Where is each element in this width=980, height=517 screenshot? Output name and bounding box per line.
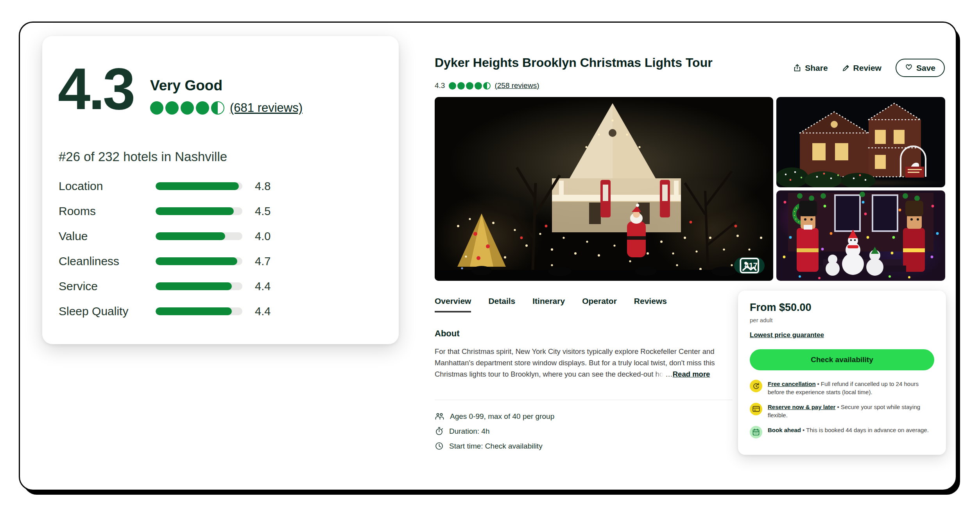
bubble-icon (457, 82, 465, 90)
rating-bubbles (449, 82, 491, 90)
category-value: 4.4 (255, 280, 271, 293)
gallery-photo-bottom-right[interactable] (776, 190, 945, 281)
category-label: Location (59, 180, 156, 193)
pencil-icon (842, 64, 850, 72)
reviews-count-link[interactable]: (681 reviews) (230, 101, 303, 115)
reserve-now-link[interactable]: Reserve now & pay later (768, 404, 835, 410)
book-ahead-title: Book ahead (768, 427, 801, 433)
people-icon (435, 412, 444, 421)
category-label: Value (59, 230, 156, 243)
rating-bar-track (156, 207, 242, 215)
ages-info-row: Ages 0-99, max of 40 per group (435, 412, 554, 421)
about-paragraph: For that Christmas spirit, New York City… (435, 346, 715, 380)
page-title: Dyker Heights Brooklyn Christmas Lights … (435, 56, 713, 70)
category-row: Value 4.0 (59, 224, 383, 249)
perk-description: This is booked 44 days in advance on ave… (806, 427, 929, 433)
share-button[interactable]: Share (793, 63, 828, 73)
photo-count-badge[interactable]: 417 (734, 257, 765, 274)
rating-bar-track (156, 182, 242, 190)
bubble-icon (449, 82, 456, 90)
category-value: 4.5 (255, 205, 271, 218)
rating-bar-fill (156, 182, 239, 190)
credit-card-icon (750, 403, 762, 415)
tab-overview[interactable]: Overview (435, 296, 471, 312)
hotel-ranking: #26 of 232 hotels in Nashville (59, 149, 227, 164)
tab-bar: Overview Details Itinerary Operator Revi… (435, 296, 667, 312)
category-label: Rooms (59, 205, 156, 218)
rating-bar-fill (156, 207, 234, 215)
rating-label: Very Good (150, 77, 303, 94)
tab-itinerary[interactable]: Itinerary (532, 296, 565, 312)
start-time-info-row: Start time: Check availability (435, 442, 554, 451)
read-more-link[interactable]: Read more (673, 370, 710, 378)
booking-card: From $50.00 per adult Lowest price guara… (738, 291, 946, 455)
about-line: Manhattan's department store window disp… (435, 357, 715, 368)
bubble-icon (181, 101, 194, 115)
save-label: Save (916, 63, 935, 73)
tour-info-rows: Ages 0-99, max of 40 per group Duration:… (435, 412, 554, 451)
bubble-icon (466, 82, 473, 90)
category-ratings: Location 4.8 Rooms 4.5 Value 4.0 Cleanli… (59, 174, 383, 324)
stopwatch-icon (435, 427, 444, 436)
overall-rating-score: 4.3 (58, 59, 134, 118)
category-row: Location 4.8 (59, 174, 383, 199)
rating-bar-track (156, 232, 242, 240)
check-availability-button[interactable]: Check availability (750, 349, 934, 370)
about-line: Christmas lights tour to Brooklyn, where… (435, 368, 715, 380)
refund-clock-icon (750, 380, 762, 392)
price-per: per adult (750, 317, 934, 323)
rating-bar-fill (156, 307, 232, 315)
share-icon (793, 64, 801, 72)
tab-operator[interactable]: Operator (582, 296, 617, 312)
bubble-icon (475, 82, 482, 90)
category-row: Service 4.4 (59, 274, 383, 299)
header-actions: Share Review Save (793, 59, 945, 77)
free-cancellation-perk: Free cancellation•Full refund if cancell… (750, 380, 934, 396)
category-label: Sleep Quality (59, 305, 156, 318)
price-from: From $50.00 (750, 302, 934, 314)
about-line: For that Christmas spirit, New York City… (435, 346, 715, 357)
section-divider (435, 400, 733, 400)
rating-bar-track (156, 257, 242, 265)
lowest-price-guarantee-link[interactable]: Lowest price guarantee (750, 331, 824, 339)
duration-info-row: Duration: 4h (435, 427, 554, 436)
app-window: 4.3 Very Good (681 reviews) #26 of 232 h… (19, 22, 957, 491)
category-value: 4.8 (255, 180, 271, 193)
rating-bar-fill (156, 282, 232, 290)
book-ahead-perk: Book ahead•This is booked 44 days in adv… (750, 426, 934, 438)
tour-rating-value: 4.3 (435, 81, 445, 90)
rating-bar-fill (156, 232, 225, 240)
category-row: Sleep Quality 4.4 (59, 299, 383, 324)
share-label: Share (805, 63, 828, 73)
category-value: 4.7 (255, 255, 271, 268)
bubble-icon (196, 101, 209, 115)
gallery-photo-top-right[interactable] (776, 97, 945, 187)
about-heading: About (435, 329, 460, 339)
review-summary-card: 4.3 Very Good (681 reviews) #26 of 232 h… (42, 36, 399, 344)
half-bubble-icon (483, 82, 491, 90)
clock-icon (435, 442, 444, 451)
tour-rating-row: 4.3 (258 reviews) (435, 81, 539, 90)
info-text: Duration: 4h (449, 427, 490, 436)
rating-bubbles (150, 101, 224, 115)
tour-reviews-link[interactable]: (258 reviews) (494, 81, 539, 90)
photo-gallery: 417 (435, 97, 945, 281)
truncated-text: ho (656, 370, 664, 378)
tab-reviews[interactable]: Reviews (634, 296, 667, 312)
gallery-photo-main[interactable]: 417 (435, 97, 773, 281)
heart-icon (905, 63, 913, 73)
category-label: Service (59, 280, 156, 293)
bubble-icon (165, 101, 179, 115)
review-button[interactable]: Review (842, 63, 881, 73)
calendar-icon (750, 426, 762, 438)
rating-bar-track (156, 307, 242, 315)
rating-bar-fill (156, 257, 237, 265)
category-label: Cleanliness (59, 255, 156, 268)
half-bubble-icon (211, 101, 224, 115)
info-text: Start time: Check availability (449, 442, 543, 451)
tab-details[interactable]: Details (488, 296, 515, 312)
free-cancellation-link[interactable]: Free cancellation (768, 381, 816, 387)
review-label: Review (853, 63, 881, 73)
save-button[interactable]: Save (896, 59, 945, 77)
reserve-now-perk: Reserve now & pay later•Secure your spot… (750, 403, 934, 419)
